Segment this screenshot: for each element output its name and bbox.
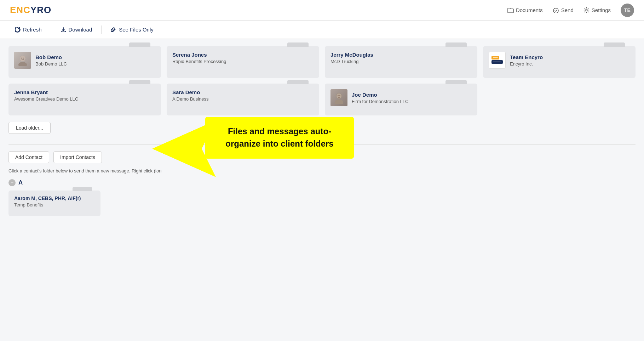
logo-yro: YRO bbox=[30, 5, 51, 15]
logo-enc: ENC bbox=[10, 5, 30, 15]
encyro-name: Team Encyro bbox=[510, 54, 630, 60]
download-icon bbox=[61, 27, 66, 33]
folder-card-jerry[interactable]: Jerry McDouglas McD Trucking bbox=[325, 46, 477, 78]
sara-info: Sara Demo A Demo Business bbox=[172, 89, 314, 102]
user-avatar[interactable]: TE bbox=[621, 4, 634, 17]
svg-point-12 bbox=[338, 95, 338, 96]
toolbar-separator-1 bbox=[51, 25, 51, 34]
main-content: Bob Demo Bob Demo LLC Serena Jones Rapid… bbox=[0, 39, 644, 341]
jerry-info: Jerry McDouglas McD Trucking bbox=[330, 52, 472, 64]
jerry-name: Jerry McDouglas bbox=[330, 52, 472, 58]
header: ENCYRO Documents Send Settings TE bbox=[0, 0, 644, 21]
nav-send[interactable]: Send bbox=[553, 7, 574, 13]
folder-card-jenna[interactable]: Jenna Bryant Awesome Creatives Demo LLC bbox=[8, 84, 161, 115]
aarom-name: Aarom M, CEBS, PHR, AIF(r) bbox=[14, 195, 95, 201]
joe-info: Joe Demo Firm for Demonstration LLC bbox=[352, 92, 472, 104]
add-contact-button[interactable]: Add Contact bbox=[8, 151, 49, 163]
jenna-company: Awesome Creatives Demo LLC bbox=[14, 96, 155, 102]
toolbar-separator-2 bbox=[101, 25, 102, 34]
sara-name: Sara Demo bbox=[172, 89, 314, 95]
see-files-button[interactable]: See Files Only bbox=[103, 24, 161, 35]
serena-company: Rapid Benefits Processing bbox=[172, 59, 314, 64]
load-older-button[interactable]: Load older... bbox=[8, 122, 51, 134]
download-button[interactable]: Download bbox=[53, 24, 100, 35]
serena-name: Serena Jones bbox=[172, 52, 314, 58]
contacts-hint: Click a contact's folder below to send t… bbox=[8, 168, 636, 174]
send-icon bbox=[553, 7, 559, 13]
sara-company: A Demo Business bbox=[172, 96, 314, 102]
alpha-group-a: − A bbox=[8, 179, 636, 186]
encyro-info: Team Encyro Encyro Inc. bbox=[510, 54, 630, 67]
alpha-collapse-a[interactable]: − bbox=[8, 179, 16, 186]
logo: ENCYRO bbox=[10, 5, 51, 16]
joe-avatar bbox=[330, 89, 347, 106]
folder-card-aarom[interactable]: Aarom M, CEBS, PHR, AIF(r) Temp Benefits bbox=[8, 191, 100, 216]
jenna-info: Jenna Bryant Awesome Creatives Demo LLC bbox=[14, 89, 155, 102]
nav-documents-label: Documents bbox=[516, 7, 543, 13]
nav-send-label: Send bbox=[561, 7, 574, 13]
svg-point-4 bbox=[20, 56, 25, 61]
toolbar: Refresh Download See Files Only bbox=[0, 21, 644, 39]
serena-info: Serena Jones Rapid Benefits Processing bbox=[172, 52, 314, 64]
svg-point-13 bbox=[339, 95, 340, 96]
contacts-actions: Add Contact Import Contacts bbox=[8, 151, 636, 163]
alpha-letter-a: A bbox=[18, 179, 23, 186]
encyro-logo-icon bbox=[491, 55, 504, 65]
svg-point-5 bbox=[21, 58, 22, 58]
folder-card-serena[interactable]: Serena Jones Rapid Benefits Processing bbox=[167, 46, 319, 78]
svg-point-10 bbox=[335, 100, 343, 104]
bob-avatar bbox=[14, 52, 31, 69]
joe-name: Joe Demo bbox=[352, 92, 472, 98]
bob-name: Bob Demo bbox=[35, 54, 155, 60]
joe-company: Firm for Demonstration LLC bbox=[352, 99, 472, 104]
nav-settings[interactable]: Settings bbox=[583, 7, 611, 13]
nav-settings-label: Settings bbox=[592, 7, 611, 13]
recent-folders-row1: Bob Demo Bob Demo LLC Serena Jones Rapid… bbox=[8, 46, 636, 78]
folder-card-sara[interactable]: Sara Demo A Demo Business bbox=[167, 84, 319, 115]
svg-rect-8 bbox=[493, 62, 501, 62]
nav-documents[interactable]: Documents bbox=[507, 7, 543, 13]
svg-point-1 bbox=[586, 9, 587, 11]
header-nav: Documents Send Settings TE bbox=[507, 4, 634, 17]
folder-card-joe[interactable]: Joe Demo Firm for Demonstration LLC bbox=[325, 84, 477, 115]
section-divider bbox=[8, 144, 636, 145]
folder-icon bbox=[507, 7, 514, 13]
encyro-company: Encyro Inc. bbox=[510, 61, 630, 67]
aarom-company: Temp Benefits bbox=[14, 202, 95, 208]
folder-card-encyro[interactable]: Team Encyro Encyro Inc. bbox=[483, 46, 636, 78]
import-contacts-button[interactable]: Import Contacts bbox=[53, 151, 102, 163]
recent-folders-row2: Jenna Bryant Awesome Creatives Demo LLC … bbox=[8, 84, 636, 115]
refresh-button[interactable]: Refresh bbox=[7, 24, 50, 35]
refresh-icon bbox=[15, 27, 21, 33]
encyro-avatar bbox=[489, 52, 506, 69]
bob-photo-icon bbox=[17, 54, 29, 66]
bob-info: Bob Demo Bob Demo LLC bbox=[35, 54, 155, 67]
paperclip-icon bbox=[111, 27, 116, 33]
folder-card-bob[interactable]: Bob Demo Bob Demo LLC bbox=[8, 46, 161, 78]
svg-point-6 bbox=[23, 58, 24, 58]
svg-rect-7 bbox=[493, 57, 498, 58]
jerry-company: McD Trucking bbox=[330, 59, 472, 64]
bob-company: Bob Demo LLC bbox=[35, 61, 155, 67]
jenna-name: Jenna Bryant bbox=[14, 89, 155, 95]
svg-point-3 bbox=[18, 62, 27, 66]
joe-photo-icon bbox=[333, 92, 345, 104]
gear-icon bbox=[583, 7, 590, 13]
